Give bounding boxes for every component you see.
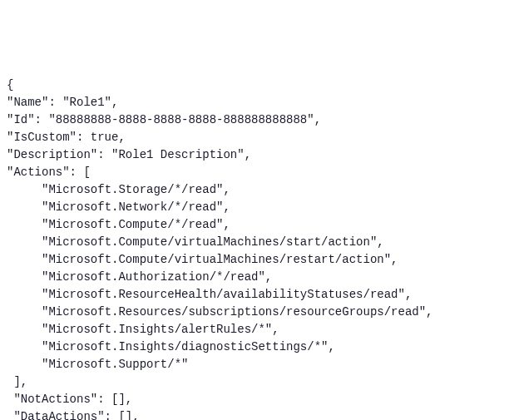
json-code-block: { "Name": "Role1", "Id": "88888888-8888-… (7, 77, 502, 420)
json-action-item: "Microsoft.Insights/diagnosticSettings/*… (42, 340, 335, 353)
json-name-line: "Name": "Role1", (7, 96, 118, 109)
json-action-item: "Microsoft.Authorization/*/read", (42, 270, 272, 284)
json-action-item: "Microsoft.Support/*" (42, 358, 188, 371)
json-actions-close: ], (13, 375, 27, 388)
json-action-item: "Microsoft.Insights/alertRules/*", (42, 323, 279, 336)
json-iscustom-line: "IsCustom": true, (7, 131, 126, 144)
json-notactions-line: "NotActions": [], (13, 393, 132, 406)
json-description-line: "Description": "Role1 Description", (7, 148, 251, 161)
json-action-item: "Microsoft.Compute/virtualMachines/resta… (42, 253, 398, 266)
json-open-brace: { (7, 78, 13, 91)
json-dataactions-line: "DataActions": [], (13, 410, 139, 420)
json-actions-open: "Actions": [ (7, 166, 91, 179)
json-action-item: "Microsoft.Compute/virtualMachines/start… (42, 235, 384, 249)
json-action-item: "Microsoft.ResourceHealth/availabilitySt… (42, 288, 412, 301)
json-action-item: "Microsoft.Resources/subscriptions/resou… (42, 305, 432, 319)
json-action-item: "Microsoft.Compute/*/read", (42, 218, 230, 231)
json-action-item: "Microsoft.Network/*/read", (42, 200, 230, 214)
json-id-line: "Id": "88888888-8888-8888-8888-888888888… (7, 113, 321, 126)
json-action-item: "Microsoft.Storage/*/read", (42, 183, 230, 196)
